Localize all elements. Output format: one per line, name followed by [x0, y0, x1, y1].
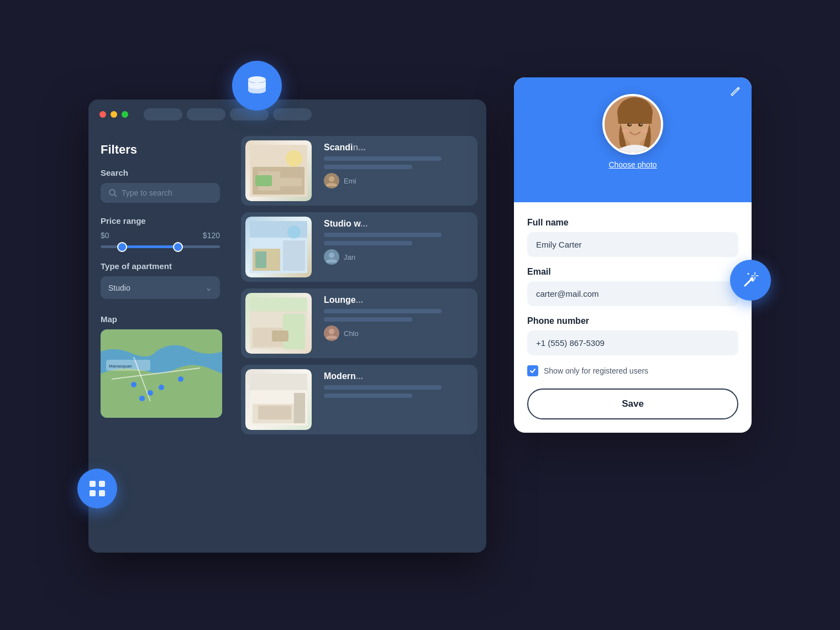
listing-bar-1b — [324, 165, 412, 169]
listings-panel: Scandin... Emi — [232, 129, 486, 552]
search-label: Search — [101, 168, 220, 177]
listing-title-1: Scandin... — [324, 143, 471, 153]
phone-label: Phone number — [527, 316, 738, 326]
tab-pill-4[interactable] — [273, 108, 312, 120]
svg-rect-43 — [90, 490, 96, 496]
scene: Filters Search Type to search Price rang… — [88, 66, 752, 564]
listing-bar-2b — [324, 241, 412, 245]
search-icon — [108, 188, 117, 197]
apartment-type-section: Type of apartment Studio ⌄ — [101, 261, 220, 299]
svg-point-7 — [148, 390, 153, 396]
traffic-light-green[interactable] — [122, 111, 128, 118]
listing-card[interactable]: Scandin... Emi — [241, 136, 477, 206]
listing-image-3 — [245, 293, 312, 354]
price-slider-track[interactable] — [101, 245, 220, 248]
checkbox[interactable] — [527, 365, 538, 376]
pencil-icon — [729, 85, 742, 97]
listing-title-4: Modern... — [324, 371, 471, 381]
listing-image-4 — [245, 369, 312, 430]
listing-avatar-row-3: Chlo — [324, 326, 471, 341]
svg-rect-17 — [255, 175, 272, 186]
room-svg-4 — [250, 374, 307, 426]
map-section: Map — [101, 314, 220, 418]
room-svg-1 — [250, 145, 307, 197]
full-name-label: Full name — [527, 218, 738, 228]
listing-image-2 — [245, 217, 312, 277]
listing-avatar-row-1: Emi — [324, 173, 471, 188]
price-range-section: Price range $0 $120 — [101, 216, 220, 248]
profile-avatar — [602, 94, 663, 155]
apartment-type-dropdown[interactable]: Studio ⌄ — [101, 276, 220, 299]
svg-rect-23 — [283, 240, 305, 271]
listing-info-1: Scandin... Emi — [324, 136, 477, 206]
search-box[interactable]: Type to search — [101, 183, 220, 203]
listing-avatar-1 — [324, 173, 339, 188]
svg-rect-41 — [90, 481, 96, 487]
svg-point-6 — [131, 382, 136, 387]
svg-point-50 — [638, 123, 643, 127]
listing-info-4: Modern... — [324, 365, 477, 434]
tab-pill-2[interactable] — [187, 108, 225, 120]
database-icon — [245, 74, 269, 98]
email-input[interactable] — [527, 281, 738, 306]
svg-point-28 — [329, 253, 334, 258]
price-labels: $0 $120 — [101, 231, 220, 240]
listing-card-4[interactable]: Modern... — [241, 365, 477, 434]
traffic-light-red[interactable] — [99, 111, 106, 118]
full-name-input[interactable] — [527, 232, 738, 257]
email-group: Email — [527, 267, 738, 306]
listing-author-1: Emi — [344, 177, 356, 185]
listing-img-lounge — [245, 293, 312, 354]
svg-text:Manasquan: Manasquan — [109, 364, 132, 369]
app-content: Filters Search Type to search Price rang… — [88, 129, 486, 552]
map-label: Map — [101, 314, 220, 324]
listing-card-3[interactable]: Lounge... Chlo — [241, 288, 477, 358]
listing-avatar-row-2: Jan — [324, 249, 471, 265]
grid-icon-badge — [77, 469, 117, 508]
traffic-light-yellow[interactable] — [111, 111, 117, 118]
search-placeholder: Type to search — [122, 188, 172, 197]
tab-pill-1[interactable] — [144, 108, 182, 120]
choose-photo-link[interactable]: Choose photo — [608, 160, 657, 169]
svg-point-16 — [286, 150, 302, 167]
listing-image-1 — [245, 140, 312, 201]
svg-point-9 — [178, 376, 183, 382]
svg-point-10 — [139, 396, 145, 401]
listing-title-3: Lounge... — [324, 295, 471, 305]
price-max: $120 — [203, 231, 220, 240]
slider-thumb-right[interactable] — [173, 242, 183, 252]
svg-rect-39 — [258, 406, 291, 419]
listing-author-3: Chlo — [344, 329, 359, 338]
listing-card-2[interactable]: Studio w... Jan — [241, 212, 477, 282]
svg-point-25 — [287, 225, 301, 239]
price-range-label: Price range — [101, 216, 220, 225]
avatar-svg-3 — [324, 326, 339, 341]
apartment-type-label: Type of apartment — [101, 261, 220, 271]
title-bar — [88, 99, 486, 129]
svg-point-20 — [329, 176, 334, 182]
svg-point-8 — [159, 385, 164, 390]
edit-button[interactable] — [729, 85, 742, 100]
svg-point-51 — [629, 124, 631, 125]
database-icon-badge — [232, 61, 282, 111]
listing-img-studio — [245, 217, 312, 277]
svg-point-35 — [329, 329, 334, 334]
listing-bar-4b — [324, 393, 412, 398]
save-button[interactable]: Save — [527, 389, 738, 419]
profile-card-body: Full name Email Phone number S — [514, 202, 752, 433]
listing-bar-1a — [324, 156, 442, 161]
checkbox-label: Show only for registered users — [544, 366, 648, 375]
app-window: Filters Search Type to search Price rang… — [88, 99, 486, 553]
listing-info-3: Lounge... Chlo — [324, 288, 477, 358]
phone-input[interactable] — [527, 330, 738, 355]
tab-pill-3[interactable] — [230, 108, 269, 120]
map-placeholder: Manasquan — [101, 329, 222, 418]
svg-rect-42 — [99, 481, 105, 487]
slider-fill — [122, 245, 179, 248]
full-name-group: Full name — [527, 218, 738, 257]
slider-thumb-left[interactable] — [117, 242, 127, 252]
listing-img-modern — [245, 369, 312, 430]
svg-point-54 — [641, 129, 648, 133]
svg-rect-26 — [255, 251, 266, 268]
listing-author-2: Jan — [344, 253, 355, 261]
